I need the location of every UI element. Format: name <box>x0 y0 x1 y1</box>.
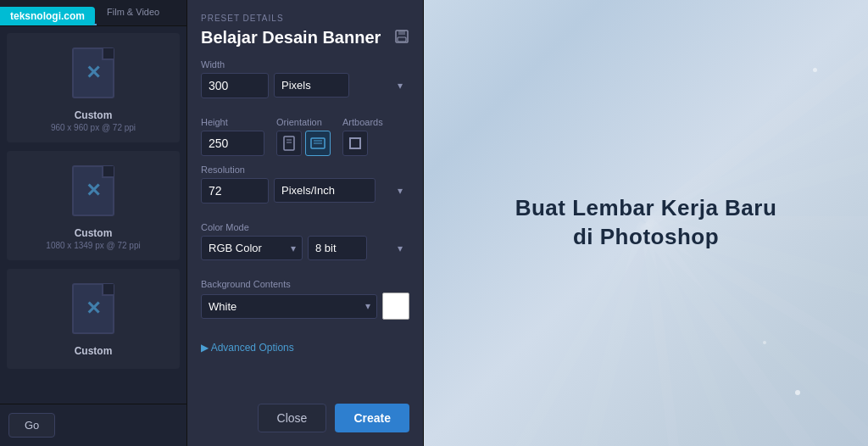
preset-list: ✕ Custom 960 x 960 px @ 72 ppi ✕ Custom … <box>0 26 186 404</box>
width-input-row: Pixels Inches Centimeters <box>201 73 409 98</box>
bg-color-swatch[interactable] <box>382 293 409 320</box>
preset-label-3: Custom <box>75 345 113 357</box>
preset-icon-1: ✕ <box>68 43 119 103</box>
x-mark-1: ✕ <box>86 62 101 84</box>
width-section: Width Pixels Inches Centimeters <box>201 59 409 109</box>
advanced-options-label: Advanced Options <box>211 342 294 354</box>
dot-3 <box>813 68 817 72</box>
advanced-options-toggle[interactable]: ▶ Advanced Options <box>201 342 409 354</box>
color-mode-section: Color Mode RGB Color CMYK Color Grayscal… <box>201 222 409 270</box>
artboard-toggle-btn[interactable] <box>342 131 368 156</box>
preset-card-3[interactable]: ✕ Custom <box>7 269 180 369</box>
preset-icon-3: ✕ <box>68 279 119 338</box>
resolution-label: Resolution <box>201 164 409 175</box>
artboards-section: Artboards <box>342 117 383 156</box>
preset-label-1: Custom <box>75 109 113 121</box>
go-button[interactable]: Go <box>8 413 55 438</box>
create-button[interactable]: Create <box>335 404 409 432</box>
height-label: Height <box>201 117 264 127</box>
new-document-dialog: PRESET DETAILS Belajar Desain Banner Wid… <box>186 0 424 446</box>
preset-label-2: Custom <box>75 227 113 239</box>
orientation-label: Orientation <box>276 117 331 127</box>
height-orient-row: Height Orientation Artboards <box>201 117 409 156</box>
x-mark-3: ✕ <box>86 298 101 320</box>
preset-sub-2: 1080 x 1349 px @ 72 ppi <box>46 241 140 250</box>
orientation-section: Orientation <box>276 117 331 156</box>
unit-select-wrapper: Pixels Inches Centimeters <box>274 73 409 98</box>
resolution-input-row: Pixels/Inch Pixels/Centimeter <box>201 178 409 203</box>
portrait-btn[interactable] <box>276 131 302 156</box>
artboards-label: Artboards <box>342 117 383 127</box>
bottom-left-buttons: Go <box>0 404 186 446</box>
save-preset-icon[interactable] <box>394 29 409 47</box>
bg-select-wrapper: White Black Transparent <box>201 294 377 319</box>
unit-select[interactable]: Pixels Inches Centimeters <box>274 73 349 98</box>
color-depth-select[interactable]: 8 bit 16 bit 32 bit <box>308 236 367 260</box>
resolution-input[interactable] <box>201 178 269 203</box>
preset-icon-2: ✕ <box>68 161 119 220</box>
height-section: Height <box>201 117 264 156</box>
resolution-unit-wrapper: Pixels/Inch Pixels/Centimeter <box>274 178 409 203</box>
landscape-btn[interactable] <box>305 131 331 156</box>
doc-icon-2: ✕ <box>72 165 114 216</box>
bg-contents-label: Background Contents <box>201 279 409 289</box>
doc-icon-1: ✕ <box>72 47 114 98</box>
color-depth-wrapper: 8 bit 16 bit 32 bit <box>308 236 409 260</box>
brand-tag: teksnologi.com <box>0 7 95 25</box>
tab-film[interactable]: Film & Video <box>97 0 170 25</box>
preset-sub-1: 960 x 960 px @ 72 ppi <box>51 123 136 132</box>
bg-contents-section: Background Contents White Black Transpar… <box>201 279 409 330</box>
doc-icon-3: ✕ <box>72 283 114 334</box>
color-mode-wrapper: RGB Color CMYK Color Grayscale <box>201 236 303 260</box>
artboard-square-icon <box>349 137 361 149</box>
width-label: Width <box>201 59 409 70</box>
resolution-unit-select[interactable]: Pixels/Inch Pixels/Centimeter <box>274 178 376 203</box>
advanced-chevron-icon: ▶ <box>201 342 209 354</box>
close-button[interactable]: Close <box>258 404 327 432</box>
x-mark-2: ✕ <box>86 180 101 202</box>
dialog-bottom-buttons: Close Create <box>201 404 409 432</box>
preset-card-1[interactable]: ✕ Custom 960 x 960 px @ 72 ppi <box>7 33 180 142</box>
orientation-buttons <box>276 131 331 156</box>
right-panel: Buat Lembar Kerja Barudi Photoshop <box>424 0 868 446</box>
left-panel: teksnologi.com Art &... Mobile Film & Vi… <box>0 0 186 446</box>
resolution-section: Resolution Pixels/Inch Pixels/Centimeter <box>201 164 409 214</box>
color-mode-select[interactable]: RGB Color CMYK Color Grayscale <box>201 236 303 260</box>
right-text-block: Buat Lembar Kerja Barudi Photoshop <box>515 194 777 252</box>
width-input[interactable] <box>201 73 269 98</box>
dot-2 <box>763 341 766 344</box>
height-input[interactable] <box>201 131 264 156</box>
dialog-title: Belajar Desain Banner <box>201 28 381 47</box>
color-mode-row: RGB Color CMYK Color Grayscale 8 bit 16 … <box>201 236 409 260</box>
svg-rect-1 <box>398 31 405 35</box>
svg-rect-2 <box>398 37 406 42</box>
preset-details-label: PRESET DETAILS <box>201 14 409 23</box>
color-mode-label: Color Mode <box>201 222 409 232</box>
preset-card-2[interactable]: ✕ Custom 1080 x 1349 px @ 72 ppi <box>7 151 180 260</box>
right-heading: Buat Lembar Kerja Barudi Photoshop <box>515 194 777 252</box>
bg-contents-row: White Black Transparent <box>201 293 409 320</box>
bg-select[interactable]: White Black Transparent <box>201 294 377 319</box>
svg-rect-3 <box>284 137 294 150</box>
preset-title-row: Belajar Desain Banner <box>201 28 409 47</box>
dot-1 <box>795 390 800 395</box>
